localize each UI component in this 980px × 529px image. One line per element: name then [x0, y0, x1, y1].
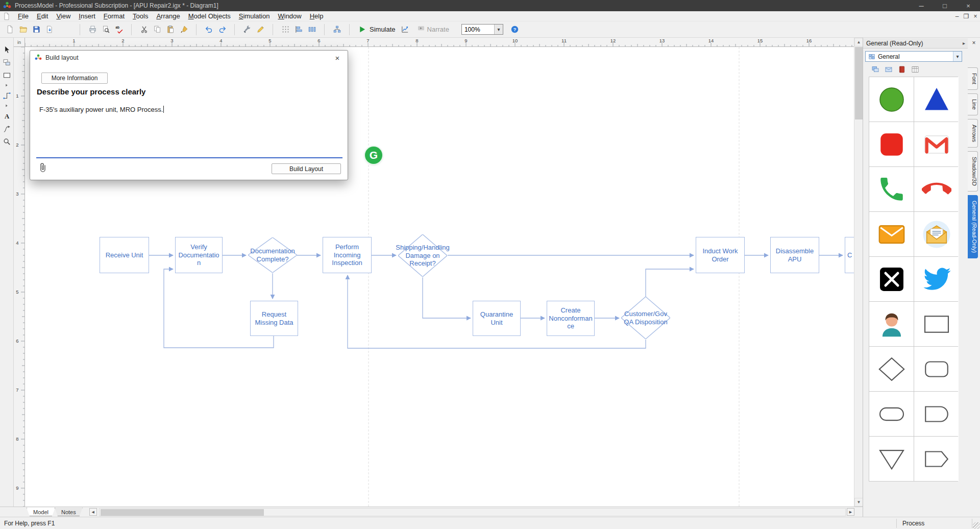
gallery-shape-rectangle-blank[interactable]: [914, 302, 959, 346]
close-button[interactable]: ×: [957, 0, 980, 11]
dropdown-arrow-icon[interactable]: ▾: [953, 52, 962, 61]
redo-button[interactable]: [215, 23, 229, 36]
mail-stack-icon[interactable]: [884, 64, 894, 75]
new-doc-button[interactable]: [3, 23, 16, 36]
open-folder-button[interactable]: [16, 23, 30, 36]
menu-simulation[interactable]: Simulation: [235, 12, 274, 20]
menu-arrange[interactable]: Arrange: [152, 12, 184, 20]
horizontal-scrollbar[interactable]: [99, 508, 846, 516]
menu-window[interactable]: Window: [274, 12, 305, 20]
flow-node-request-missing-data[interactable]: Request Missing Data: [250, 301, 298, 336]
gallery-shape-stadium-outline[interactable]: [869, 392, 914, 436]
panel-tab-general-read-only-[interactable]: General (Read-Only): [968, 195, 978, 258]
cut-button[interactable]: [137, 23, 151, 36]
panel-tab-arrows[interactable]: Arrows: [968, 119, 978, 148]
flow-node-quarantine-unit[interactable]: Quarantine Unit: [473, 301, 521, 336]
panel-tab-font[interactable]: Font: [968, 67, 978, 90]
horizontal-scroll-thumb[interactable]: [101, 509, 264, 516]
dialog-title-bar[interactable]: Build layout ×: [30, 51, 348, 65]
gallery-shape-pentagon-outline[interactable]: [914, 437, 959, 481]
scroll-right-icon[interactable]: ▶: [847, 508, 854, 516]
gallery-shape-phone-red[interactable]: [914, 167, 959, 211]
gallery-shape-green-circle[interactable]: [869, 77, 914, 122]
mdi-restore-button[interactable]: ❐: [962, 13, 971, 20]
gallery-shape-delay-outline[interactable]: [914, 392, 959, 436]
narrate-button[interactable]: Narrate: [417, 25, 449, 34]
gallery-shape-twitter-bird[interactable]: [914, 257, 959, 301]
print-button[interactable]: [86, 23, 99, 36]
gallery-shape-blue-triangle[interactable]: [914, 77, 959, 122]
simulation-chart-icon[interactable]: [399, 23, 412, 36]
align-shapes-button[interactable]: [292, 23, 305, 36]
gallery-shape-red-rounded-square[interactable]: [869, 122, 914, 166]
process-description-input[interactable]: F-35's auxiliary power unit, MRO Process…: [36, 102, 342, 158]
zoom-tool-button[interactable]: [1, 136, 12, 147]
gallery-shape-gmail[interactable]: [914, 122, 959, 166]
zoom-combobox[interactable]: 100% ▾: [461, 24, 503, 35]
save-button[interactable]: [30, 23, 43, 36]
scroll-up-icon[interactable]: ▲: [854, 38, 863, 46]
grid-view-icon[interactable]: [910, 64, 920, 75]
format-painter-button[interactable]: [177, 23, 190, 36]
panel-close-icon[interactable]: ×: [969, 38, 978, 47]
menu-view[interactable]: View: [52, 12, 75, 20]
mdi-close-button[interactable]: ×: [971, 13, 980, 20]
text-tool-button[interactable]: A: [1, 110, 12, 122]
sheet-tab-notes[interactable]: Notes: [55, 508, 83, 516]
gallery-shape-envelope-open[interactable]: [914, 212, 959, 256]
gallery-panel-header[interactable]: General (Read-Only) ▸: [863, 38, 968, 49]
flow-node-disassemble-apu[interactable]: Disassemble APU: [770, 237, 819, 273]
flyout-arrow-icon[interactable]: [1, 82, 12, 88]
tools-button[interactable]: [240, 23, 254, 36]
panel-tab-line[interactable]: Line: [968, 93, 978, 115]
sheet-tab-model[interactable]: Model: [27, 508, 55, 516]
connector-tool-button[interactable]: [1, 90, 12, 101]
menu-file[interactable]: File: [14, 12, 33, 20]
flow-node-clipped-node[interactable]: C: [845, 237, 854, 273]
red-book-icon[interactable]: [897, 64, 907, 75]
more-information-button[interactable]: More Information: [41, 73, 108, 84]
flow-node-induct-work-order[interactable]: Induct Work Order: [696, 237, 745, 273]
help-button[interactable]: ?: [508, 23, 522, 36]
vertical-scrollbar[interactable]: ▲ ▼: [854, 38, 863, 507]
attachment-button[interactable]: [37, 162, 50, 175]
simulate-label[interactable]: Simulate: [370, 26, 396, 33]
dialog-close-icon[interactable]: ×: [332, 54, 343, 62]
pencil-button[interactable]: [254, 23, 267, 36]
menu-help[interactable]: Help: [306, 12, 328, 20]
export-button[interactable]: [43, 23, 56, 36]
flyout-arrow-icon[interactable]: [1, 103, 12, 109]
undo-button[interactable]: [202, 23, 215, 36]
copy-button[interactable]: [151, 23, 164, 36]
flow-node-shipping-handling-damage[interactable]: Shipping/Handling Damage on Receipt?: [398, 234, 447, 277]
grammarly-icon[interactable]: G: [365, 147, 382, 164]
scroll-left-icon[interactable]: ◀: [89, 508, 97, 516]
flow-node-documentation-complete[interactable]: Documentation Complete?: [248, 237, 297, 273]
gallery-shape-x-logo[interactable]: [869, 257, 914, 301]
pointer-button[interactable]: [1, 44, 12, 55]
chevron-right-icon[interactable]: ▸: [963, 40, 965, 46]
zoom-dropdown-arrow[interactable]: ▾: [494, 25, 503, 34]
shapes-stack-button[interactable]: [1, 57, 12, 68]
flow-node-create-nonconformance[interactable]: Create Nonconformance: [547, 301, 595, 336]
flow-node-receive-unit[interactable]: Receive Unit: [100, 237, 149, 273]
menu-edit[interactable]: Edit: [33, 12, 52, 20]
build-layout-button[interactable]: Build Layout: [272, 163, 341, 174]
flow-connector[interactable]: [423, 277, 471, 318]
menu-insert[interactable]: Insert: [75, 12, 100, 20]
menu-format[interactable]: Format: [100, 12, 129, 20]
maximize-button[interactable]: □: [933, 0, 957, 11]
flow-node-perform-incoming-inspection[interactable]: Perform Incoming Inspection: [323, 237, 372, 273]
gallery-shape-rounded-rect-outline[interactable]: [914, 347, 959, 391]
flow-node-verify-documentation[interactable]: Verify Documentation: [175, 237, 223, 273]
menu-tools[interactable]: Tools: [129, 12, 152, 20]
flow-node-customer-gov-qa-disposition[interactable]: Customer/Gov QA Disposition: [621, 297, 670, 339]
rectangle-tool-button[interactable]: [1, 69, 12, 81]
minimize-button[interactable]: ─: [910, 0, 933, 11]
gallery-shape-envelope[interactable]: [869, 212, 914, 256]
mdi-minimize-button[interactable]: ‒: [952, 13, 962, 20]
layers-icon[interactable]: [870, 64, 880, 75]
gallery-shape-diamond-outline[interactable]: [869, 347, 914, 391]
route-tool-button[interactable]: [1, 123, 12, 134]
print-preview-button[interactable]: [99, 23, 112, 36]
